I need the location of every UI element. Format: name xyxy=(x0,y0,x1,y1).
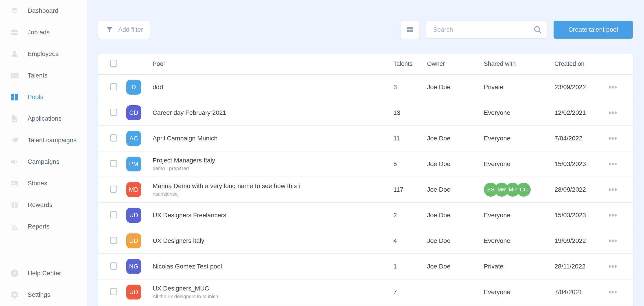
column-header-pool: Pool xyxy=(152,60,393,67)
sidebar-item-label: Help Center xyxy=(28,270,61,277)
owner: Joe Doe xyxy=(427,135,484,142)
table-row[interactable]: UD UX Designers_MUC All the ux designers… xyxy=(98,279,633,305)
table-row[interactable]: UD UX Designers Freelancers 2 Joe Doe Ev… xyxy=(98,203,633,228)
select-all-checkbox[interactable] xyxy=(110,60,117,67)
shared-with: Everyone xyxy=(484,161,554,168)
pool-avatar: AC xyxy=(126,131,141,146)
table-row[interactable]: D ddd 3 Joe Doe Private 23/09/2022 xyxy=(98,75,633,100)
pool-name: UX Designers italy xyxy=(152,237,393,244)
sidebar-item-help-center[interactable]: ? Help Center xyxy=(0,262,86,284)
talents-count: 11 xyxy=(393,135,427,142)
row-checkbox[interactable] xyxy=(110,134,117,141)
shared-with-avatars: SS MR MP CC xyxy=(484,183,554,197)
pool-subtitle: nsdnsjdnsdj xyxy=(152,191,393,197)
sidebar-item-campaigns[interactable]: Campaigns xyxy=(0,151,86,173)
ellipsis-icon[interactable] xyxy=(609,288,616,296)
pool-avatar: D xyxy=(126,80,141,95)
table-row[interactable]: UD UX Designers italy 4 Joe Doe Everyone… xyxy=(98,228,633,254)
add-filter-label: Add filter xyxy=(118,26,143,33)
owner: Joe Doe xyxy=(427,212,484,219)
ellipsis-icon[interactable] xyxy=(609,263,616,270)
sidebar-item-talent-campaigns[interactable]: Talent campaigns xyxy=(0,129,86,151)
row-checkbox[interactable] xyxy=(110,109,117,116)
talents-count: 117 xyxy=(393,186,427,193)
sidebar-item-job-ads[interactable]: Job ads xyxy=(0,22,86,43)
pool-avatar: PM xyxy=(126,157,141,172)
pool-name: Marina Demo with a very long name to see… xyxy=(152,183,393,190)
add-filter-button[interactable]: Add filter xyxy=(98,21,150,39)
row-checkbox[interactable] xyxy=(110,186,117,193)
sidebar-item-label: Talent campaigns xyxy=(28,137,76,144)
sidebar-item-label: Reports xyxy=(28,223,50,230)
column-header-created-on: Created on xyxy=(554,60,609,67)
sidebar-item-label: Dashboard xyxy=(28,7,58,14)
gift-icon xyxy=(10,200,19,209)
table-row[interactable]: AC April Campaign Munich 11 Joe Doe Ever… xyxy=(98,126,633,151)
grid-view-button[interactable] xyxy=(400,21,420,39)
sidebar-item-label: Stories xyxy=(28,180,47,187)
sidebar-item-talents[interactable]: Talents xyxy=(0,65,86,86)
talents-count: 7 xyxy=(393,288,427,296)
pools-table: Pool Talents Owner Shared with Created o… xyxy=(98,54,633,306)
briefcase-icon xyxy=(10,28,19,37)
partial-next-row xyxy=(98,305,633,306)
sidebar-item-employees[interactable]: Employees xyxy=(0,43,86,65)
owner: Joe Doe xyxy=(427,186,484,193)
sidebar-item-label: Pools xyxy=(28,93,43,101)
sidebar-item-reports[interactable]: Reports xyxy=(0,216,86,237)
pool-avatar: MD xyxy=(126,182,141,197)
ellipsis-icon[interactable] xyxy=(609,186,616,193)
ellipsis-icon[interactable] xyxy=(609,84,616,91)
pool-avatar: UD xyxy=(126,208,141,223)
created-on: 15/03/2023 xyxy=(554,161,609,168)
shared-with: Private xyxy=(484,84,554,91)
sidebar-item-applications[interactable]: Applications xyxy=(0,108,86,129)
created-on: 7/04/2022 xyxy=(554,135,609,142)
sidebar-item-rewards[interactable]: Rewards xyxy=(0,194,86,216)
row-checkbox[interactable] xyxy=(110,83,117,90)
create-talent-pool-button[interactable]: Create talent pool xyxy=(554,21,633,39)
sidebar-item-label: Campaigns xyxy=(28,158,60,165)
table-row[interactable]: CD Career day February 2021 13 Everyone … xyxy=(98,100,633,126)
ellipsis-icon[interactable] xyxy=(609,135,616,142)
sidebar-item-label: Applications xyxy=(28,115,62,122)
ellipsis-icon[interactable] xyxy=(609,109,616,116)
pool-avatar: UD xyxy=(126,233,141,248)
ellipsis-icon[interactable] xyxy=(609,237,616,244)
sidebar-item-label: Talents xyxy=(28,72,48,79)
sidebar-item-dashboard[interactable]: Dashboard xyxy=(0,0,86,22)
pool-name: Project Managers Italy xyxy=(152,157,393,164)
sidebar-item-settings[interactable]: Settings xyxy=(0,284,86,305)
table-row[interactable]: MD Marina Demo with a very long name to … xyxy=(98,177,633,203)
row-checkbox[interactable] xyxy=(110,262,117,270)
grid-icon xyxy=(10,93,19,102)
search-input[interactable] xyxy=(426,21,547,39)
magnifier-icon xyxy=(533,25,542,34)
created-on: 15/03/2023 xyxy=(554,212,609,219)
toolbar: Add filter Create talent pool xyxy=(98,21,633,39)
row-checkbox[interactable] xyxy=(110,288,117,295)
column-header-shared-with: Shared with xyxy=(484,60,554,67)
ellipsis-icon[interactable] xyxy=(609,161,616,168)
created-on: 12/02/2021 xyxy=(554,109,609,116)
shared-with: Private xyxy=(484,263,554,270)
megaphone-icon xyxy=(10,157,19,166)
shared-with: Everyone xyxy=(484,135,554,142)
ellipsis-icon[interactable] xyxy=(609,212,616,219)
pool-name: Nicolas Gomez Test pool xyxy=(152,263,393,270)
sidebar-item-pools[interactable]: Pools xyxy=(0,86,86,108)
row-checkbox[interactable] xyxy=(110,160,117,167)
row-checkbox[interactable] xyxy=(110,211,117,218)
table-row[interactable]: PM Project Managers Italy demo I prepare… xyxy=(98,151,633,177)
pool-avatar: UD xyxy=(126,285,141,299)
person-icon xyxy=(10,49,19,58)
table-header-row: Pool Talents Owner Shared with Created o… xyxy=(98,54,633,75)
pool-name: ddd xyxy=(152,84,393,91)
search-box xyxy=(426,21,547,39)
created-on: 28/11/2022 xyxy=(554,263,609,270)
row-checkbox[interactable] xyxy=(110,237,117,244)
paper-plane-icon xyxy=(10,136,19,145)
sidebar-item-stories[interactable]: Stories xyxy=(0,173,86,194)
layers-icon xyxy=(10,6,19,15)
table-row[interactable]: NG Nicolas Gomez Test pool 1 Joe Doe Pri… xyxy=(98,254,633,279)
